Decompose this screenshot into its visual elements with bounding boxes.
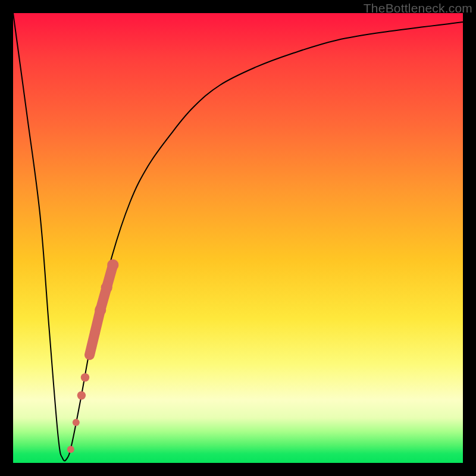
curve-marker (81, 373, 89, 381)
curve-marker (73, 419, 80, 426)
chart-plot-area (13, 13, 463, 463)
curve-marker (101, 282, 112, 293)
curve-marker (77, 391, 86, 399)
chart-frame: TheBottleneck.com (0, 0, 476, 476)
chart-svg (13, 13, 463, 463)
curve-marker (90, 327, 100, 337)
curve-marker (86, 352, 93, 359)
watermark-text: TheBottleneck.com (364, 1, 472, 15)
curve-marker (95, 304, 106, 315)
curve-marker (67, 446, 74, 453)
curve-marker (107, 259, 118, 271)
